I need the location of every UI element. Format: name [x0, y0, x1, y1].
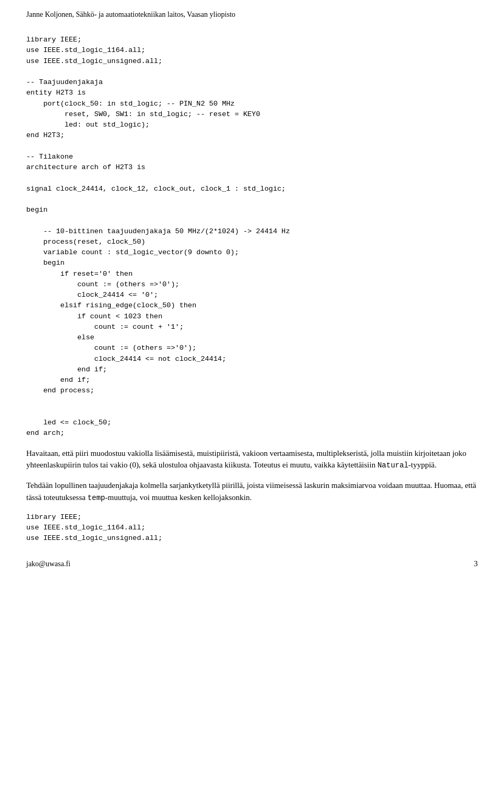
prose-inline-code-1: Natural: [377, 461, 408, 470]
prose-section-1: Havaitaan, että piiri muodostuu vakiolla…: [26, 447, 478, 472]
footer-email: jako@uwasa.fi: [26, 560, 70, 568]
code-section-2: library IEEE; use IEEE.std_logic_1164.al…: [26, 512, 478, 544]
vhdl-code-2: library IEEE; use IEEE.std_logic_1164.al…: [26, 512, 478, 544]
prose-text-1b: -tyyppiä.: [408, 461, 437, 469]
header: Janne Koljonen, Sähkö- ja automaatiotekn…: [26, 11, 478, 19]
prose-text-2b: -muuttuja, voi muuttua kesken kellojakso…: [105, 493, 251, 502]
vhdl-code-1: library IEEE; use IEEE.std_logic_1164.al…: [26, 35, 478, 439]
code-section-1: library IEEE; use IEEE.std_logic_1164.al…: [26, 35, 478, 439]
prose-section-2: Tehdään lopullinen taajuudenjakaja kolme…: [26, 480, 478, 504]
prose-paragraph-1: Havaitaan, että piiri muodostuu vakiolla…: [26, 447, 478, 472]
footer-page-number: 3: [474, 559, 478, 568]
prose-paragraph-2: Tehdään lopullinen taajuudenjakaja kolme…: [26, 480, 478, 504]
prose-inline-code-2: temp: [88, 494, 106, 502]
footer: jako@uwasa.fi 3: [26, 559, 478, 568]
